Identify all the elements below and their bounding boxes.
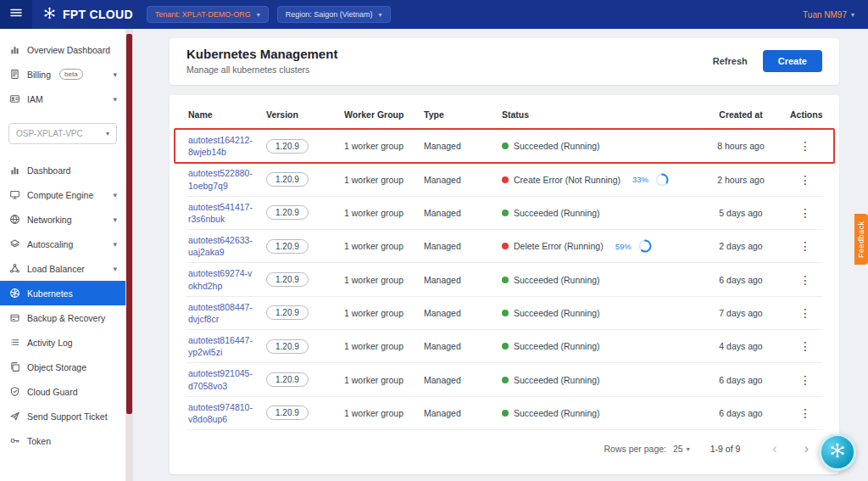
id-card-icon: [8, 93, 20, 104]
cluster-name-link[interactable]: autotest816447-yp2wl5zi: [188, 334, 263, 358]
cell-type: Managed: [422, 304, 500, 322]
sidebar-item-iam[interactable]: IAM▾: [0, 87, 125, 111]
cell-created-at: 5 days ago: [693, 204, 788, 222]
cluster-name-link[interactable]: autotest164212-8wjeb14b: [188, 134, 263, 158]
chevron-down-icon: ▾: [106, 130, 109, 137]
menu-button[interactable]: [0, 0, 32, 29]
beta-badge: beta: [59, 69, 83, 80]
vpc-select[interactable]: OSP-XPLAT-VPC ▾: [8, 123, 117, 144]
status-dot-icon: [502, 410, 509, 417]
fpt-cloud-logo: FPT CLOUD: [32, 6, 147, 23]
cluster-name-link[interactable]: autotest541417-r3s6nbuk: [188, 201, 263, 225]
shield-icon: [8, 386, 20, 397]
refresh-button[interactable]: Refresh: [709, 51, 751, 71]
sidebar-item-networking[interactable]: Networking▾: [0, 207, 125, 232]
progress-ring-icon: [638, 239, 652, 253]
cell-version: 1.20.9: [264, 335, 342, 358]
version-badge: 1.20.9: [266, 405, 309, 420]
cell-status: Succeeded (Running): [500, 304, 693, 322]
sidebar-item-autoscaling[interactable]: Autoscaling▾: [0, 232, 125, 256]
sidebar-item-overview-dashboard[interactable]: Overview Dashboard: [0, 37, 125, 62]
feedback-tab[interactable]: Feedback: [854, 214, 868, 265]
cluster-name-link[interactable]: autotest642633-uaj2aka9: [188, 234, 263, 258]
sidebar: Overview DashboardBillingbeta▾IAM▾ OSP-X…: [0, 29, 125, 481]
cell-actions: ⋮: [788, 270, 822, 290]
table-row: autotest816447-yp2wl5zi1.20.91 worker gr…: [186, 330, 822, 363]
cell-name: autotest69274-vokhd2hp: [186, 263, 264, 295]
progress-ring-icon: [655, 173, 669, 187]
cell-type: Managed: [422, 237, 500, 255]
cluster-name-link[interactable]: autotest522880-1oebg7q9: [188, 167, 263, 191]
row-actions-button[interactable]: ⋮: [793, 174, 818, 186]
row-actions-button[interactable]: ⋮: [793, 274, 818, 286]
sidebar-item-object-storage[interactable]: Object Storage: [0, 355, 125, 379]
sidebar-main-list: DashboardCompute Engine▾Networking▾Autos…: [0, 158, 125, 453]
cell-created-at: 7 days ago: [693, 304, 788, 322]
sidebar-item-kubernetes[interactable]: Kubernetes: [0, 281, 125, 305]
sidebar-item-activity-log[interactable]: Activity Log: [0, 330, 125, 355]
sidebar-item-label: Send Support Ticket: [27, 411, 108, 422]
version-badge: 1.20.9: [266, 372, 309, 387]
next-page-button[interactable]: ›: [794, 442, 819, 456]
cell-actions: ⋮: [788, 203, 822, 223]
chevron-down-icon: ▾: [379, 11, 382, 19]
prev-page-button[interactable]: ‹: [762, 442, 787, 456]
sidebar-item-billing[interactable]: Billingbeta▾: [0, 62, 125, 87]
cell-actions: ⋮: [788, 236, 822, 256]
cell-actions: ⋮: [788, 403, 822, 423]
page-subtitle: Manage all kubernetes clusters: [186, 64, 337, 75]
status-dot-icon: [502, 310, 509, 316]
chevron-down-icon: ▾: [113, 265, 117, 273]
row-actions-button[interactable]: ⋮: [793, 340, 818, 352]
sidebar-item-load-balancer[interactable]: Load Balancer▾: [0, 256, 125, 281]
ai-assistant-button[interactable]: [819, 433, 856, 471]
row-actions-button[interactable]: ⋮: [793, 240, 818, 252]
row-actions-button[interactable]: ⋮: [793, 140, 818, 152]
cell-name: autotest974810-v8do8up6: [186, 397, 264, 429]
status-text: Succeeded (Running): [514, 341, 600, 351]
row-actions-button[interactable]: ⋮: [793, 307, 818, 319]
cell-worker-group: 1 worker group: [342, 137, 422, 155]
table-row: autotest541417-r3s6nbuk1.20.91 worker gr…: [186, 197, 822, 230]
sidebar-item-cloud-guard[interactable]: Cloud Guard: [0, 379, 125, 404]
cell-name: autotest808447-dvjcf8cr: [186, 297, 264, 329]
sidebar-item-label: Compute Engine: [27, 190, 93, 200]
column-header-name: Name: [186, 98, 264, 129]
region-select[interactable]: Region: Saigon (Vietnam) ▾: [277, 6, 391, 23]
sidebar-item-dashboard[interactable]: Dashboard: [0, 158, 125, 182]
create-button[interactable]: Create: [763, 50, 822, 72]
version-badge: 1.20.9: [266, 172, 309, 187]
fpt-logo-icon: [42, 6, 57, 23]
cluster-name-link[interactable]: autotest974810-v8do8up6: [188, 401, 263, 425]
cell-worker-group: 1 worker group: [342, 204, 422, 222]
sidebar-item-backup-recovery[interactable]: Backup & Recovery: [0, 305, 125, 330]
sidebar-item-label: IAM: [27, 94, 43, 104]
sidebar-item-compute-engine[interactable]: Compute Engine▾: [0, 182, 125, 207]
topbar: FPT CLOUD Tenant: XPLAT-DEMO-ORG ▾ Regio…: [0, 0, 868, 29]
user-menu[interactable]: Tuan NM97 ▾: [803, 10, 868, 20]
progress-percent: 59%: [615, 242, 632, 251]
cluster-name-link[interactable]: autotest69274-vokhd2hp: [188, 267, 263, 291]
scrollbar-thumb[interactable]: [126, 34, 132, 414]
row-actions-button[interactable]: ⋮: [793, 407, 818, 419]
tenant-select[interactable]: Tenant: XPLAT-DEMO-ORG ▾: [147, 6, 269, 23]
progress-percent: 33%: [632, 175, 648, 184]
clusters-table-card: NameVersionWorker GroupTypeStatusCreated…: [170, 95, 839, 474]
sidebar-item-label: Kubernetes: [27, 288, 73, 299]
rows-per-page-value: 25: [673, 444, 683, 454]
table-row: autotest164212-8wjeb14b1.20.91 worker gr…: [186, 130, 822, 163]
bar-chart-icon: [8, 165, 20, 176]
sidebar-item-send-support-ticket[interactable]: Send Support Ticket: [0, 404, 125, 428]
row-actions-button[interactable]: ⋮: [793, 374, 818, 386]
status-dot-icon: [502, 210, 509, 216]
cluster-name-link[interactable]: autotest921045-d7058vo3: [188, 367, 263, 391]
row-actions-button[interactable]: ⋮: [793, 207, 818, 219]
cell-actions: ⋮: [788, 336, 822, 356]
rows-per-page-select[interactable]: 25 ▾: [673, 444, 690, 454]
cell-status: Succeeded (Running): [500, 204, 693, 222]
cell-actions: ⋮: [788, 136, 822, 156]
cluster-name-link[interactable]: autotest808447-dvjcf8cr: [188, 301, 263, 325]
sidebar-item-token[interactable]: Token: [0, 428, 125, 453]
sidebar-scrollbar[interactable]: [125, 29, 133, 481]
version-badge: 1.20.9: [266, 239, 309, 254]
